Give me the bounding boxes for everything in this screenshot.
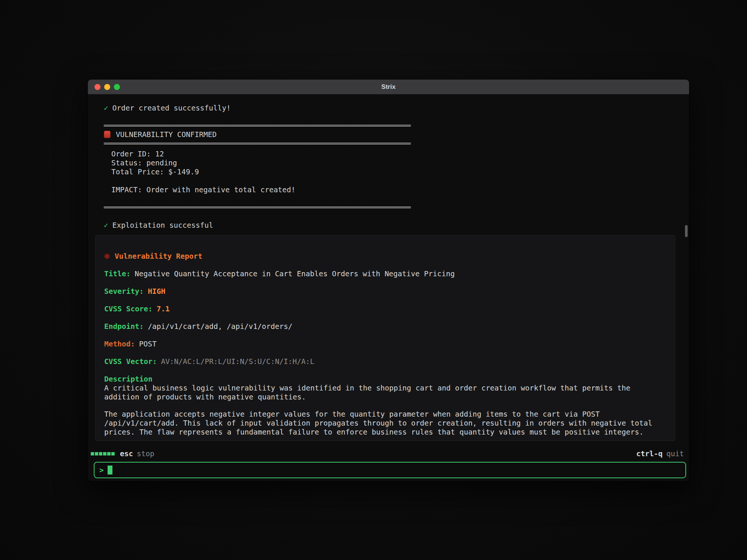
status-bar: esc stop ctrl-q quit xyxy=(91,449,684,458)
stop-label: stop xyxy=(137,449,154,458)
spinner-icon xyxy=(91,452,115,455)
ctrl-q-key-hint[interactable]: ctrl-q xyxy=(636,449,663,458)
text-cursor xyxy=(108,466,112,475)
window-titlebar[interactable]: Strix xyxy=(88,80,689,94)
check-icon: ✓ xyxy=(104,104,108,112)
alert-icon xyxy=(104,131,111,138)
cvss-vector-value: AV:N/AC:L/PR:L/UI:N/S:U/C:N/I:H/A:L xyxy=(161,357,314,366)
description-paragraph-1: A critical business logic vulnerability … xyxy=(104,384,657,402)
esc-key-hint[interactable]: esc xyxy=(120,449,133,458)
input-prompt: > xyxy=(99,466,104,475)
method-label: Method: xyxy=(104,340,135,348)
report-heading: Vulnerability Report xyxy=(104,252,666,261)
separator-line: ════════════════════════════════════════… xyxy=(104,139,689,148)
terminal-input[interactable]: > xyxy=(94,462,686,478)
terminal-output: ✓Order created successfully! ═══════════… xyxy=(88,94,689,230)
exploitation-text: Exploitation successful xyxy=(112,221,213,230)
endpoint-value: /api/v1/cart/add, /api/v1/orders/ xyxy=(148,322,292,331)
report-severity-row: Severity:HIGH xyxy=(104,287,666,296)
separator-line: ════════════════════════════════════════… xyxy=(104,121,689,130)
report-method-row: Method:POST xyxy=(104,340,666,349)
minimize-button[interactable] xyxy=(104,84,110,90)
quit-label: quit xyxy=(666,449,684,458)
report-endpoint-row: Endpoint:/api/v1/cart/add, /api/v1/order… xyxy=(104,322,666,331)
zoom-button[interactable] xyxy=(114,84,120,90)
window-title: Strix xyxy=(381,83,396,91)
separator-line: ════════════════════════════════════════… xyxy=(104,203,689,212)
endpoint-label: Endpoint: xyxy=(104,322,144,331)
title-value: Negative Quantity Acceptance in Cart Ena… xyxy=(134,270,455,278)
cvss-score-value: 7.1 xyxy=(156,305,170,313)
check-icon: ✓ xyxy=(104,221,108,230)
report-title-row: Title:Negative Quantity Acceptance in Ca… xyxy=(104,270,666,279)
description-paragraph-2: The application accepts negative integer… xyxy=(104,410,657,437)
cvss-vector-label: CVSS Vector: xyxy=(104,357,157,366)
total-price-line: Total Price: $-149.9 xyxy=(111,168,689,177)
strix-window: Strix ✓Order created successfully! ═════… xyxy=(87,79,689,482)
impact-line: IMPACT: Order with negative total create… xyxy=(104,186,689,195)
close-button[interactable] xyxy=(94,84,100,90)
desktop-background: Strix ✓Order created successfully! ═════… xyxy=(0,0,747,560)
title-label: Title: xyxy=(104,270,130,278)
severity-label: Severity: xyxy=(104,287,144,296)
vulnerability-confirmed-text: VULNERABILITY CONFIRMED xyxy=(116,130,217,139)
order-status-line: Status: pending xyxy=(111,159,689,168)
order-id-line: Order ID: 12 xyxy=(111,150,689,159)
method-value: POST xyxy=(139,340,156,348)
cvss-score-label: CVSS Score: xyxy=(104,305,152,313)
order-success-text: Order created successfully! xyxy=(112,104,231,112)
severity-value: HIGH xyxy=(148,287,165,296)
order-success-line: ✓Order created successfully! xyxy=(104,104,689,113)
report-heading-text: Vulnerability Report xyxy=(115,252,202,261)
report-cvss-row: CVSS Score:7.1 xyxy=(104,305,666,314)
spider-icon xyxy=(104,253,110,259)
report-vector-row: CVSS Vector:AV:N/AC:L/PR:L/UI:N/S:U/C:N/… xyxy=(104,357,666,366)
traffic-lights xyxy=(94,84,120,90)
scrollbar-thumb[interactable] xyxy=(685,225,688,237)
exploitation-line: ✓Exploitation successful xyxy=(104,221,689,230)
vulnerability-confirmed-line: VULNERABILITY CONFIRMED xyxy=(104,130,689,139)
vulnerability-report-panel: Vulnerability Report Title:Negative Quan… xyxy=(95,235,675,441)
description-heading: Description xyxy=(104,375,666,384)
